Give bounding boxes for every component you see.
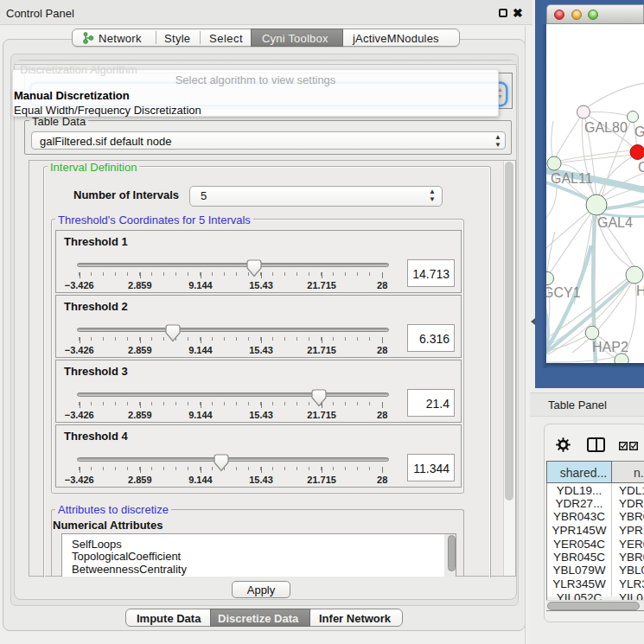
svg-text:GAL80: GAL80: [584, 120, 628, 135]
svg-text:GCY1: GCY1: [546, 285, 581, 300]
svg-text:HAP2: HAP2: [592, 340, 628, 354]
svg-text:GAL4: GAL4: [597, 215, 633, 230]
svg-text:H: H: [636, 284, 644, 298]
svg-text:G.: G.: [634, 124, 644, 139]
svg-text:C: C: [638, 160, 644, 175]
svg-text:GAL11: GAL11: [551, 171, 593, 186]
